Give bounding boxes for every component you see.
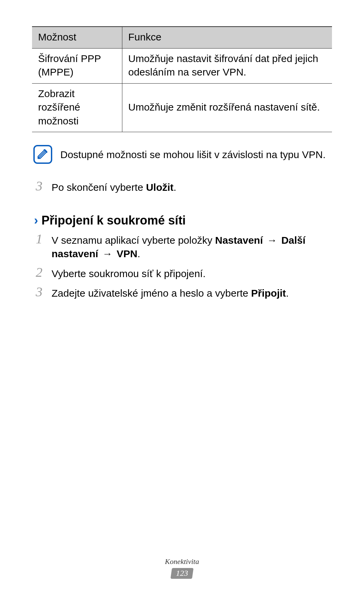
cell-option: Šifrování PPP (MPPE) <box>32 48 122 83</box>
step-number: 3 <box>34 285 44 300</box>
step-body: V seznamu aplikací vyberte položky Nasta… <box>52 232 332 261</box>
step-bold: VPN <box>117 248 138 259</box>
document-page: Možnost Funkce Šifrování PPP (MPPE) Umož… <box>0 0 364 597</box>
step-text: Po skončení vyberte <box>52 182 146 193</box>
step-text: V seznamu aplikací vyberte položky <box>52 235 215 246</box>
step-text: Zadejte uživatelské jméno a heslo a vybe… <box>52 288 251 299</box>
table-row: Zobrazit rozšířené možnosti Umožňuje změ… <box>32 83 332 132</box>
step-body: Vyberte soukromou síť k připojení. <box>52 266 206 281</box>
cell-option: Zobrazit rozšířené možnosti <box>32 83 122 132</box>
arrow-text: → <box>98 248 117 259</box>
footer-chapter: Konektivita <box>0 557 364 566</box>
section-title: Připojení k soukromé síti <box>41 213 186 228</box>
step-text: . <box>138 248 140 259</box>
note-icon <box>33 145 52 164</box>
step-body: Zadejte uživatelské jméno a heslo a vybe… <box>52 285 289 300</box>
step-bold: Nastavení <box>215 235 263 246</box>
step-text: . <box>286 288 289 299</box>
step-number: 2 <box>34 266 44 281</box>
note-callout: Dostupné možnosti se mohou lišit v závis… <box>32 145 332 164</box>
numbered-step: 2 Vyberte soukromou síť k připojení. <box>32 266 332 281</box>
table-row: Šifrování PPP (MPPE) Umožňuje nastavit š… <box>32 48 332 83</box>
numbered-step: 1 V seznamu aplikací vyberte položky Nas… <box>32 232 332 261</box>
steps-block: 1 V seznamu aplikací vyberte položky Nas… <box>32 232 332 300</box>
step-body: Po skončení vyberte Uložit. <box>52 179 176 195</box>
page-footer: Konektivita 123 <box>0 557 364 579</box>
step-number: 1 <box>34 232 44 261</box>
arrow-text: → <box>263 235 281 246</box>
numbered-step: 3 Zadejte uživatelské jméno a heslo a vy… <box>32 285 332 300</box>
page-number: 123 <box>176 569 188 578</box>
header-function: Funkce <box>122 27 332 48</box>
header-option: Možnost <box>32 27 122 48</box>
step-number: 3 <box>34 179 44 195</box>
step-bold: Uložit <box>146 182 174 193</box>
section-heading: › Připojení k soukromé síti <box>32 213 332 228</box>
numbered-step: 3 Po skončení vyberte Uložit. <box>32 179 332 195</box>
cell-function: Umožňuje změnit rozšířená nastavení sítě… <box>122 83 332 132</box>
step-text: . <box>174 182 176 193</box>
options-table: Možnost Funkce Šifrování PPP (MPPE) Umož… <box>32 26 332 132</box>
step-bold: Připojit <box>251 288 286 299</box>
table-header-row: Možnost Funkce <box>32 27 332 48</box>
chevron-right-icon: › <box>34 214 38 227</box>
note-text: Dostupné možnosti se mohou lišit v závis… <box>60 148 326 161</box>
page-number-badge: 123 <box>171 568 193 579</box>
cell-function: Umožňuje nastavit šifrování dat před jej… <box>122 48 332 83</box>
